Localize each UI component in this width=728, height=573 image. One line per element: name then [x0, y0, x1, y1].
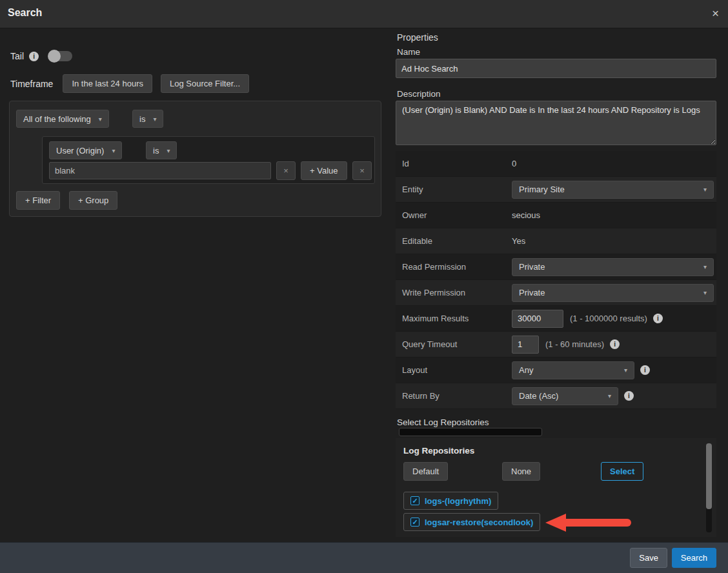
- info-icon[interactable]: i: [610, 339, 620, 349]
- add-group-button[interactable]: + Group: [69, 191, 117, 210]
- repo-item-logs-logrhythm[interactable]: ✓ logs-(logrhythm): [403, 492, 498, 510]
- timeframe-button[interactable]: In the last 24 hours: [63, 74, 152, 93]
- prop-value: secious: [512, 210, 540, 220]
- prop-row-read-permission: Read Permission Private ▾: [396, 254, 716, 280]
- info-icon[interactable]: i: [624, 391, 634, 401]
- timeframe-label: Timeframe: [10, 79, 53, 89]
- chevron-down-icon: ▾: [99, 116, 102, 123]
- info-icon[interactable]: i: [640, 365, 650, 375]
- add-filter-button[interactable]: + Filter: [16, 191, 60, 210]
- query-timeout-input[interactable]: [512, 336, 539, 354]
- prop-row-editable: Editable Yes: [396, 228, 716, 254]
- none-button[interactable]: None: [502, 462, 540, 481]
- chevron-down-icon: ▾: [624, 367, 627, 374]
- arrow-bar: [565, 519, 631, 527]
- range-hint: (1 - 1000000 results): [570, 314, 647, 323]
- tail-row: Tail i: [10, 51, 72, 61]
- read-permission-dropdown[interactable]: Private ▾: [512, 258, 714, 276]
- clipped-scrolled-element: [399, 428, 542, 436]
- repo-scrollbar-thumb[interactable]: [706, 443, 712, 509]
- prop-label: Read Permission: [402, 262, 512, 272]
- checkbox-checked-icon[interactable]: ✓: [410, 496, 420, 505]
- prop-label: Write Permission: [402, 288, 512, 297]
- layout-dropdown[interactable]: Any ▾: [512, 361, 634, 379]
- arrow-head: [545, 514, 566, 532]
- chevron-down-icon: ▾: [112, 147, 115, 154]
- prop-row-query-timeout: Query Timeout (1 - 60 minutes) i: [396, 332, 716, 357]
- remove-rule-button[interactable]: ×: [352, 161, 372, 180]
- toggle-knob: [48, 50, 61, 63]
- remove-value-button[interactable]: ×: [276, 161, 296, 180]
- chevron-down-icon: ▾: [167, 147, 170, 154]
- select-button[interactable]: Select: [601, 462, 643, 481]
- log-source-filter-button[interactable]: Log Source Filter...: [161, 74, 249, 93]
- prop-row-maximum-results: Maximum Results (1 - 1000000 results) i: [396, 306, 716, 332]
- default-button[interactable]: Default: [403, 462, 448, 481]
- range-hint: (1 - 60 minutes): [545, 339, 604, 349]
- select-log-repositories-heading: Select Log Repositories: [397, 417, 489, 427]
- repo-item-logsar-restore-secondlook[interactable]: ✓ logsar-restore(secondlook): [403, 513, 540, 531]
- tail-info-icon[interactable]: i: [29, 52, 39, 61]
- red-annotation-arrow: [545, 514, 633, 532]
- repo-item-label: logsar-restore(secondlook): [425, 518, 533, 527]
- write-permission-dropdown[interactable]: Private ▾: [512, 284, 714, 302]
- description-label: Description: [397, 89, 441, 99]
- chevron-down-icon: ▾: [703, 289, 707, 296]
- rule-condition-dropdown[interactable]: is ▾: [146, 141, 177, 159]
- entity-dropdown[interactable]: Primary Site ▾: [512, 181, 714, 199]
- rule-field-dropdown[interactable]: User (Origin) ▾: [49, 141, 122, 159]
- chevron-down-icon: ▾: [703, 186, 707, 193]
- close-icon[interactable]: ×: [712, 6, 719, 21]
- prop-label: Id: [402, 159, 512, 168]
- dialog-titlebar: Search ×: [0, 0, 728, 28]
- prop-label: Layout: [402, 365, 512, 375]
- prop-row-owner: Owner secious: [396, 203, 716, 228]
- prop-label: Entity: [402, 185, 512, 194]
- prop-label: Return By: [402, 391, 512, 401]
- prop-label: Editable: [402, 236, 512, 246]
- prop-row-entity: Entity Primary Site ▾: [396, 177, 716, 203]
- repo-item-label: logs-(logrhythm): [425, 496, 491, 506]
- group-operator-dropdown[interactable]: All of the following ▾: [16, 110, 109, 128]
- add-value-button[interactable]: + Value: [301, 161, 347, 180]
- prop-row-return-by: Return By Date (Asc) ▾ i: [396, 383, 716, 409]
- tail-toggle[interactable]: [49, 51, 72, 61]
- checkbox-checked-icon[interactable]: ✓: [410, 518, 420, 527]
- prop-value: 0: [512, 159, 516, 168]
- rule-value-input[interactable]: [49, 162, 271, 179]
- timeframe-row: Timeframe In the last 24 hours Log Sourc…: [10, 74, 249, 93]
- dialog-title: Search: [8, 7, 42, 19]
- prop-row-id: Id 0: [396, 151, 716, 177]
- maximum-results-input[interactable]: [512, 310, 563, 328]
- chevron-down-icon: ▾: [608, 392, 611, 399]
- search-button[interactable]: Search: [672, 548, 716, 568]
- filter-rule: User (Origin) ▾ is ▾ × + Value ×: [42, 136, 375, 184]
- prop-label: Owner: [402, 210, 512, 220]
- dialog-footer: Save Search: [0, 542, 728, 573]
- info-icon[interactable]: i: [653, 314, 663, 323]
- prop-row-layout: Layout Any ▾ i: [396, 357, 716, 383]
- prop-label: Query Timeout: [402, 339, 512, 349]
- name-input[interactable]: [396, 59, 716, 78]
- group-condition-dropdown[interactable]: is ▾: [132, 110, 163, 128]
- properties-table: Id 0 Entity Primary Site ▾ Owner secious…: [396, 151, 716, 409]
- repo-scrollbar-track[interactable]: [706, 443, 712, 532]
- prop-row-write-permission: Write Permission Private ▾: [396, 280, 716, 306]
- description-textarea[interactable]: (User (Origin) is Blank) AND Date is In …: [396, 101, 716, 145]
- prop-label: Maximum Results: [402, 314, 512, 323]
- log-repositories-title: Log Repositories: [403, 446, 474, 456]
- chevron-down-icon: ▾: [703, 263, 707, 270]
- filter-group: All of the following ▾ is ▾ User (Origin…: [9, 101, 381, 217]
- properties-heading: Properties: [397, 32, 438, 43]
- prop-value: Yes: [512, 236, 525, 246]
- return-by-dropdown[interactable]: Date (Asc) ▾: [512, 387, 618, 405]
- chevron-down-icon: ▾: [153, 116, 156, 123]
- save-button[interactable]: Save: [630, 548, 667, 568]
- name-label: Name: [397, 47, 420, 57]
- tail-label: Tail: [10, 51, 24, 61]
